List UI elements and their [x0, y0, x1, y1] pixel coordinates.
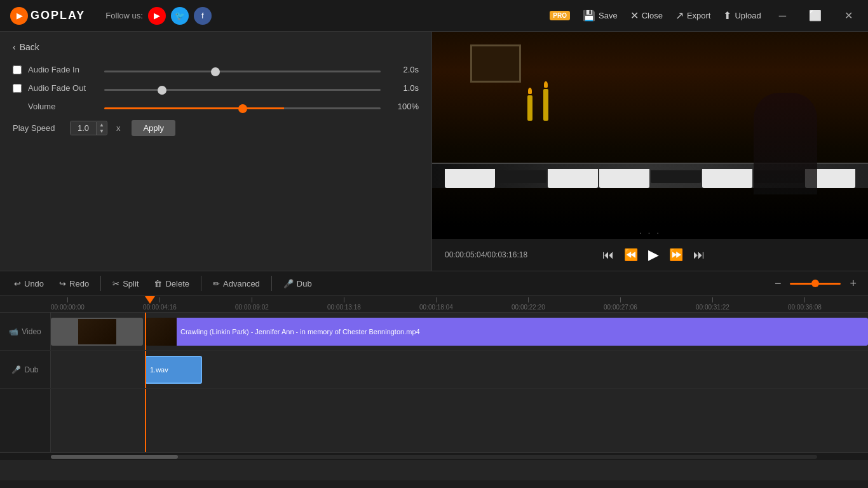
close-window-button[interactable]: ✕: [839, 7, 858, 24]
dub-clip[interactable]: 1.wav: [145, 356, 202, 384]
toolbar: ↩ Undo ↪ Redo ✂ Split 🗑 Delete ✏ Advance…: [0, 271, 868, 296]
video-clip[interactable]: Crawling (Linkin Park) - Jennifer Ann - …: [145, 318, 868, 346]
save-icon: 💾: [583, 10, 595, 22]
step-back-button[interactable]: ⏪: [624, 248, 638, 262]
mic-icon: 🎤: [11, 365, 21, 374]
skip-to-start-button[interactable]: ⏮: [602, 248, 614, 262]
redo-button[interactable]: ↪ Redo: [53, 276, 95, 292]
close-button[interactable]: ✕ Close: [630, 10, 663, 22]
video-pre-thumb: [78, 319, 116, 344]
save-button[interactable]: 💾 Save: [583, 10, 618, 22]
video-controls-bar: 00:00:05:04/00:03:16:18 ⏮ ⏪ ▶ ⏩ ⏭: [432, 239, 868, 271]
audio-fade-out-checkbox[interactable]: [13, 84, 22, 93]
timecode: 00:00:05:04/00:03:16:18: [445, 250, 527, 259]
ruler-mark-7: 00:00:31:22: [696, 297, 729, 311]
upload-button[interactable]: ⬆ Upload: [723, 10, 761, 22]
undo-button[interactable]: ↩ Undo: [8, 276, 50, 292]
play-pause-button[interactable]: ▶: [648, 247, 659, 263]
audio-fade-out-slider[interactable]: [104, 89, 381, 91]
left-panel: ‹ Back Audio Fade In 2.0s Audio Fade Out…: [0, 32, 432, 271]
ruler-mark-2: 00:00:09:02: [235, 297, 269, 311]
main-area: ‹ Back Audio Fade In 2.0s Audio Fade Out…: [0, 32, 868, 271]
audio-fade-out-slider-wrap: [104, 83, 381, 93]
advanced-button[interactable]: ✏ Advanced: [207, 276, 266, 292]
twitter-btn[interactable]: 🐦: [171, 7, 189, 25]
play-speed-label: Play Speed: [13, 123, 64, 133]
ruler-mark-8: 00:00:36:08: [788, 297, 822, 311]
split-button[interactable]: ✂ Split: [106, 276, 145, 292]
follow-us-section: Follow us: ▶ 🐦 f: [105, 7, 212, 25]
dub-icon: 🎤: [283, 279, 294, 288]
back-chevron-icon: ‹: [13, 42, 16, 52]
speed-unit: x: [116, 123, 121, 133]
audio-fade-in-value: 2.0s: [387, 65, 419, 74]
undo-icon: ↩: [14, 279, 21, 288]
scrollbar-track: [51, 455, 817, 459]
split-icon: ✂: [112, 279, 119, 288]
audio-fade-in-checkbox[interactable]: [13, 65, 22, 74]
speed-down-button[interactable]: ▼: [97, 128, 107, 135]
volume-slider-wrap: [104, 102, 381, 111]
performer-silhouette: [754, 93, 817, 194]
timeline: 00:00:00:00 00:00:04:16 00:00:09:02 00:0…: [0, 296, 868, 480]
volume-slider[interactable]: [104, 107, 381, 109]
empty-track-label: [0, 389, 51, 452]
resize-handle[interactable]: · · ·: [432, 226, 868, 239]
zoom-slider[interactable]: [790, 283, 841, 285]
follow-us-label: Follow us:: [105, 11, 143, 20]
skip-to-end-button[interactable]: ⏭: [693, 248, 705, 262]
audio-fade-in-label: Audio Fade In: [28, 65, 98, 74]
picture-frame: [470, 44, 521, 83]
logo-text: GOPLAY: [31, 9, 85, 22]
volume-row: Volume 100%: [13, 102, 419, 111]
step-forward-button[interactable]: ⏩: [669, 248, 683, 262]
delete-button[interactable]: 🗑 Delete: [147, 276, 196, 292]
dub-button[interactable]: 🎤 Dub: [277, 276, 318, 292]
scrollbar-thumb[interactable]: [51, 455, 178, 459]
zoom-in-button[interactable]: +: [846, 276, 860, 292]
minimize-button[interactable]: ─: [774, 8, 791, 24]
speed-input-wrap: ▲ ▼: [70, 121, 107, 135]
audio-fade-out-row: Audio Fade Out 1.0s: [13, 83, 419, 93]
playhead-ruler-arrow: [145, 296, 155, 304]
timeline-tracks: 📹 Video Crawling (Linkin Park) - Jennife…: [0, 313, 868, 452]
video-preview: [432, 32, 868, 226]
facebook-btn[interactable]: f: [194, 7, 212, 25]
ruler-mark-0: 00:00:00:00: [51, 297, 85, 311]
topbar-right: PRO 💾 Save ✕ Close ↗ Export ⬆ Upload ─ ⬜…: [550, 7, 858, 24]
video-track-content: Crawling (Linkin Park) - Jennifer Ann - …: [51, 313, 868, 350]
topbar: ▶ GOPLAY Follow us: ▶ 🐦 f PRO 💾 Save ✕ C…: [0, 0, 868, 32]
bottom-area: ↩ Undo ↪ Redo ✂ Split 🗑 Delete ✏ Advance…: [0, 271, 868, 488]
youtube-btn[interactable]: ▶: [148, 7, 166, 25]
flame-2: [544, 81, 548, 88]
back-button[interactable]: ‹ Back: [13, 42, 39, 52]
toolbar-right: − +: [771, 276, 860, 292]
volume-value: 100%: [387, 102, 419, 111]
logo-icon: ▶: [10, 7, 28, 25]
redo-icon: ↪: [59, 279, 66, 288]
audio-fade-in-slider-wrap: [104, 65, 381, 74]
ruler-mark-6: 00:00:27:06: [604, 297, 637, 311]
playhead-dub-track: [145, 351, 146, 388]
export-button[interactable]: ↗ Export: [675, 10, 711, 22]
empty-track-row: [0, 389, 868, 452]
zoom-out-button[interactable]: −: [771, 276, 785, 292]
video-clip-label: Crawling (Linkin Park) - Jennifer Ann - …: [177, 328, 424, 336]
logo: ▶ GOPLAY: [10, 7, 85, 25]
speed-input[interactable]: [71, 121, 96, 135]
speed-arrows: ▲ ▼: [96, 122, 107, 135]
playhead-video-track: [145, 313, 146, 350]
ruler-mark-4: 00:00:18:04: [419, 297, 453, 311]
video-track-row: 📹 Video Crawling (Linkin Park) - Jennife…: [0, 313, 868, 351]
right-panel: · · · 00:00:05:04/00:03:16:18 ⏮ ⏪ ▶ ⏩ ⏭: [432, 32, 868, 271]
close-icon: ✕: [630, 10, 639, 22]
playback-buttons: ⏮ ⏪ ▶ ⏩ ⏭: [602, 247, 705, 263]
dub-track-content: 1.wav: [51, 351, 868, 388]
maximize-button[interactable]: ⬜: [804, 7, 827, 24]
apply-button[interactable]: Apply: [132, 120, 175, 136]
audio-fade-in-slider[interactable]: [104, 71, 381, 72]
speed-up-button[interactable]: ▲: [97, 122, 107, 128]
timeline-ruler: 00:00:00:00 00:00:04:16 00:00:09:02 00:0…: [0, 296, 868, 313]
pro-badge: PRO: [550, 11, 570, 20]
video-pre-clip[interactable]: [51, 318, 143, 346]
